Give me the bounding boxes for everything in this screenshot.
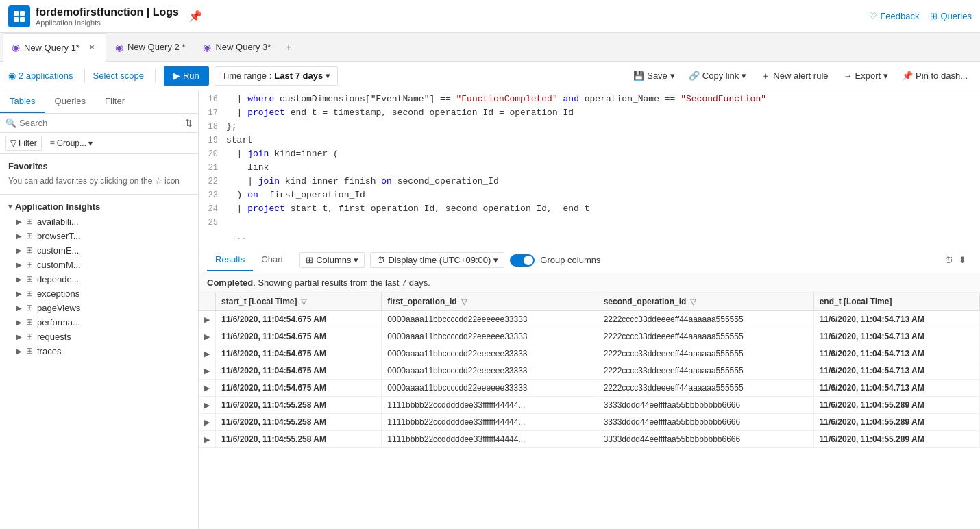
- applications-selector[interactable]: ◉ 2 applications: [8, 71, 73, 81]
- plus-icon: ＋: [761, 70, 770, 82]
- table-name: depende...: [37, 274, 79, 284]
- col-label-start-t: start_t [Local Time]: [221, 297, 297, 306]
- favorites-title: Favorites: [8, 161, 190, 171]
- group-button[interactable]: ≡ Group... ▾: [46, 136, 97, 150]
- tab-close-1[interactable]: ✕: [86, 42, 97, 53]
- code-token: end_t = timestamp, second_operation_Id =…: [285, 108, 574, 118]
- new-alert-rule-button[interactable]: ＋ New alert rule: [756, 67, 833, 85]
- row-expand-button[interactable]: ▶: [204, 315, 210, 323]
- results-tab-results[interactable]: Results: [207, 249, 253, 271]
- sort-icon[interactable]: ⇅: [185, 118, 193, 128]
- copy-link-button[interactable]: 🔗 Copy link ▾: [685, 68, 750, 84]
- line-content[interactable]: start: [226, 135, 980, 145]
- sidebar-table-item[interactable]: ▶ ⊞ customE...: [0, 243, 198, 258]
- tab-label-1: New Query 1*: [24, 42, 79, 53]
- sidebar-table-item[interactable]: ▶ ⊞ depende...: [0, 272, 198, 286]
- tab-add-button[interactable]: +: [280, 33, 297, 61]
- section-header-app-insights[interactable]: ▾ Application Insights: [0, 199, 198, 214]
- group-columns-toggle[interactable]: [510, 254, 535, 267]
- sidebar-table-item[interactable]: ▶ ⊞ availabili...: [0, 214, 198, 229]
- row-expand-button[interactable]: ▶: [204, 367, 210, 375]
- row-expand-cell[interactable]: ▶: [199, 414, 216, 431]
- download-icon[interactable]: ⬇: [959, 255, 966, 265]
- sidebar-tab-filter[interactable]: Filter: [95, 90, 134, 113]
- heart-icon: ♡: [869, 11, 877, 21]
- code-token: |: [226, 149, 247, 159]
- columns-button[interactable]: ⊞ Columns ▾: [299, 252, 365, 268]
- row-expand-button[interactable]: ▶: [204, 435, 210, 443]
- line-content[interactable]: | where customDimensions["EventName"] ==…: [226, 94, 980, 104]
- select-scope-button[interactable]: Select scope: [93, 71, 144, 81]
- cell-second-op: 2222cccc33ddeeeeff44aaaaaa555555: [598, 380, 813, 397]
- sidebar-table-item[interactable]: ▶ ⊞ customM...: [0, 258, 198, 272]
- row-expand-button[interactable]: ▶: [204, 384, 210, 392]
- save-button[interactable]: 💾 Save ▾: [629, 68, 679, 84]
- tab-icon-1: ◉: [12, 42, 20, 53]
- tab-new-query-3[interactable]: ◉ New Query 3*: [194, 33, 280, 61]
- sidebar-table-item[interactable]: ▶ ⊞ exceptions: [0, 286, 198, 301]
- line-number: 20: [199, 149, 226, 159]
- code-token: "SecondFunction": [681, 94, 766, 104]
- bulb-icon: ◉: [8, 71, 16, 81]
- line-content[interactable]: | project start_t, first_operation_Id, s…: [226, 204, 980, 214]
- sidebar-table-item[interactable]: ▶ ⊞ browserT...: [0, 229, 198, 243]
- row-expand-cell[interactable]: ▶: [199, 431, 216, 448]
- sidebar-tab-queries[interactable]: Queries: [45, 90, 96, 113]
- line-content[interactable]: | project end_t = timestamp, second_oper…: [226, 108, 980, 118]
- run-button[interactable]: ▶ Run: [164, 66, 209, 86]
- filter-icon-first-op[interactable]: ▽: [461, 297, 467, 306]
- filter-button[interactable]: ▽ Filter: [5, 136, 42, 151]
- row-expand-cell[interactable]: ▶: [199, 311, 216, 328]
- table-row: ▶ 11/6/2020, 11:04:55.258 AM 1111bbbb22c…: [199, 414, 980, 431]
- row-expand-cell[interactable]: ▶: [199, 345, 216, 362]
- row-expand-button[interactable]: ▶: [204, 349, 210, 358]
- code-ellipsis: ...: [199, 230, 980, 244]
- code-token: kind=inner (: [269, 149, 338, 159]
- time-range-selector[interactable]: Time range : Last 7 days ▾: [215, 66, 338, 86]
- sidebar-tab-tables[interactable]: Tables: [0, 90, 45, 113]
- search-input[interactable]: [19, 118, 182, 128]
- tab-new-query-2[interactable]: ◉ New Query 2 *: [106, 33, 195, 61]
- code-token: };: [226, 121, 237, 132]
- query-editor[interactable]: 16 | where customDimensions["EventName"]…: [199, 90, 980, 247]
- row-expand-button[interactable]: ▶: [204, 418, 210, 426]
- row-expand-cell[interactable]: ▶: [199, 380, 216, 397]
- line-content[interactable]: | join kind=inner finish on second_opera…: [226, 176, 980, 186]
- line-content[interactable]: | join kind=inner (: [226, 149, 980, 159]
- code-token: start_t, first_operation_Id, second_oper…: [285, 204, 590, 214]
- table-name: pageViews: [37, 303, 80, 313]
- row-expand-button[interactable]: ▶: [204, 401, 210, 409]
- expand-arrow: ▶: [16, 218, 22, 225]
- cell-end-t: 11/6/2020, 11:04:55.289 AM: [813, 431, 979, 448]
- code-token: operation_Name ==: [579, 94, 681, 104]
- row-expand-cell[interactable]: ▶: [199, 397, 216, 414]
- cell-end-t: 11/6/2020, 11:04:55.289 AM: [813, 397, 979, 414]
- sidebar-table-item[interactable]: ▶ ⊞ requests: [0, 330, 198, 344]
- row-expand-cell[interactable]: ▶: [199, 328, 216, 345]
- line-content[interactable]: };: [226, 121, 980, 132]
- pin-icon[interactable]: 📌: [188, 10, 202, 23]
- tab-icon-3: ◉: [203, 42, 211, 53]
- table-row: ▶ 11/6/2020, 11:04:54.675 AM 0000aaaa11b…: [199, 311, 980, 328]
- export-button[interactable]: → Export ▾: [840, 68, 893, 84]
- pin-to-dash-button[interactable]: 📌 Pin to dash...: [898, 68, 972, 84]
- line-content[interactable]: link: [226, 162, 980, 173]
- sidebar-table-item[interactable]: ▶ ⊞ performa...: [0, 315, 198, 330]
- display-time-button[interactable]: ⏱ Display time (UTC+09:00) ▾: [370, 252, 504, 268]
- tab-bar: ◉ New Query 1* ✕ ◉ New Query 2 * ◉ New Q…: [0, 33, 980, 62]
- filter-icon-second-op[interactable]: ▽: [690, 297, 696, 306]
- filter-icon-start-t[interactable]: ▽: [301, 297, 306, 306]
- sidebar-table-item[interactable]: ▶ ⊞ pageViews: [0, 301, 198, 315]
- queries-button[interactable]: ⊞ Queries: [930, 11, 972, 21]
- tab-new-query-1[interactable]: ◉ New Query 1* ✕: [3, 33, 106, 62]
- feedback-button[interactable]: ♡ Feedback: [869, 11, 919, 21]
- cell-second-op: 2222cccc33ddeeeeff44aaaaaa555555: [598, 311, 813, 328]
- sidebar-tabs: Tables Queries Filter: [0, 90, 198, 114]
- row-expand-cell[interactable]: ▶: [199, 362, 216, 380]
- row-expand-button[interactable]: ▶: [204, 332, 210, 341]
- table-row: ▶ 11/6/2020, 11:04:54.675 AM 0000aaaa11b…: [199, 328, 980, 345]
- line-content[interactable]: ) on first_operation_Id: [226, 190, 980, 200]
- sidebar-table-item[interactable]: ▶ ⊞ traces: [0, 344, 198, 358]
- cell-start-t: 11/6/2020, 11:04:54.675 AM: [216, 380, 382, 397]
- results-tab-chart[interactable]: Chart: [253, 249, 291, 271]
